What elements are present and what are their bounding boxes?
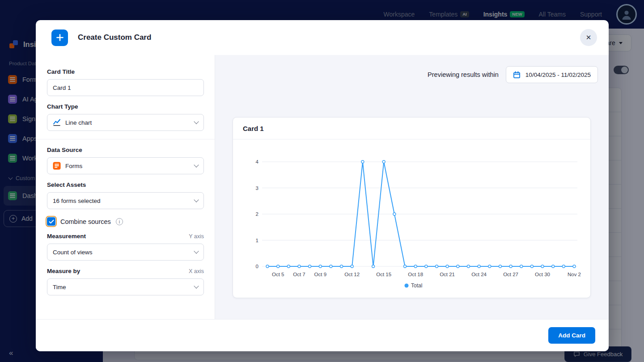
card-settings-form: Card Title Chart Type Line chart Data So… (36, 55, 215, 319)
svg-text:2: 2 (256, 211, 258, 217)
preview-chart-svg: 43210Oct 5Oct 7Oct 9Oct 12Oct 15Oct 18Oc… (242, 142, 582, 294)
measurement-label: Measurement (47, 233, 86, 240)
close-modal-button[interactable]: ✕ (580, 29, 597, 46)
svg-text:Oct 30: Oct 30 (535, 272, 550, 277)
measurement-value: Count of views (53, 249, 93, 256)
measure-by-label-row: Measure by X axis (47, 268, 204, 274)
chevron-down-icon (194, 248, 199, 253)
date-range-value: 10/04/2025 - 11/02/2025 (525, 72, 591, 78)
y-axis-hint: Y axis (189, 233, 204, 240)
calendar-icon (513, 71, 521, 79)
combine-sources-label: Combine sources (60, 218, 111, 225)
svg-text:Total: Total (411, 282, 422, 289)
date-range-picker[interactable]: 10/04/2025 - 11/02/2025 (506, 66, 598, 83)
add-card-button[interactable]: Add Card (548, 327, 595, 344)
svg-text:Oct 24: Oct 24 (471, 272, 487, 277)
svg-text:Oct 12: Oct 12 (344, 272, 360, 277)
preview-panel: Previewing results within 10/04/2025 - 1… (215, 55, 609, 319)
svg-text:Oct 27: Oct 27 (503, 272, 518, 277)
select-assets-dropdown[interactable]: 16 forms selected (47, 192, 204, 209)
create-custom-card-modal: Create Custom Card ✕ Card Title Chart Ty… (36, 20, 609, 351)
select-assets-value: 16 forms selected (53, 198, 101, 204)
chevron-down-icon (194, 283, 199, 288)
previewing-results-label: Previewing results within (428, 71, 499, 78)
svg-text:Nov 2: Nov 2 (568, 272, 581, 277)
data-source-label: Data Source (47, 147, 204, 153)
svg-text:Oct 21: Oct 21 (440, 272, 455, 277)
select-assets-label: Select Assets (47, 181, 204, 188)
chevron-down-icon (194, 162, 199, 167)
modal-header: Create Custom Card ✕ (36, 20, 609, 55)
chart-type-value: Line chart (65, 119, 92, 126)
preview-card: Card 1 43210Oct 5Oct 7Oct 9Oct 12Oct 15O… (233, 117, 591, 298)
screen: WorkspaceTemplatesAIInsightsNEWAll Teams… (0, 0, 644, 362)
combine-sources-checkbox[interactable] (47, 217, 55, 226)
card-title-input[interactable] (47, 79, 204, 96)
preview-date-row: Previewing results within 10/04/2025 - 1… (428, 66, 598, 83)
svg-text:0: 0 (256, 264, 258, 269)
svg-text:Oct 15: Oct 15 (376, 272, 391, 277)
check-icon (49, 219, 54, 224)
svg-text:Oct 5: Oct 5 (272, 272, 284, 277)
chart-container: 43210Oct 5Oct 7Oct 9Oct 12Oct 15Oct 18Oc… (233, 139, 590, 296)
data-source-value: Forms (65, 163, 82, 169)
chevron-down-icon (194, 197, 199, 202)
svg-text:1: 1 (256, 238, 258, 243)
measurement-label-row: Measurement Y axis (47, 233, 204, 240)
combine-sources-row: Combine sources i (47, 217, 204, 226)
svg-text:Oct 9: Oct 9 (314, 272, 326, 277)
x-axis-hint: X axis (189, 268, 204, 274)
create-card-plus-icon (51, 29, 68, 46)
card-title-label: Card Title (47, 68, 204, 75)
modal-title: Create Custom Card (78, 33, 151, 42)
line-chart-icon (53, 118, 61, 126)
chart-type-dropdown[interactable]: Line chart (47, 114, 204, 131)
chevron-down-icon (194, 119, 199, 124)
svg-text:Oct 7: Oct 7 (293, 272, 305, 277)
forms-icon (53, 162, 61, 170)
info-icon[interactable]: i (116, 218, 123, 225)
preview-card-title: Card 1 (233, 118, 590, 139)
chart-type-label: Chart Type (47, 103, 204, 110)
close-icon: ✕ (586, 34, 592, 42)
modal-footer: Add Card (36, 319, 609, 351)
modal-body: Card Title Chart Type Line chart Data So… (36, 55, 609, 319)
section-divider (36, 139, 215, 139)
svg-text:4: 4 (256, 159, 259, 164)
measure-by-value: Time (53, 284, 66, 290)
svg-text:Oct 18: Oct 18 (408, 272, 423, 277)
measurement-dropdown[interactable]: Count of views (47, 244, 204, 261)
data-source-dropdown[interactable]: Forms (47, 157, 204, 174)
svg-text:3: 3 (256, 185, 258, 191)
measure-by-dropdown[interactable]: Time (47, 278, 204, 295)
measure-by-label: Measure by (47, 268, 80, 274)
